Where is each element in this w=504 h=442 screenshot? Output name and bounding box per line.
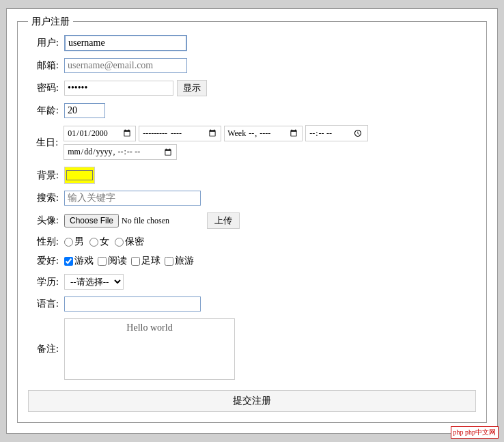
php-branding: php php中文网 (451, 426, 499, 439)
hobbies-content: 游戏 阅读 足球 旅游 (64, 255, 194, 267)
notes-row: 备注: Hello world (28, 318, 476, 380)
birthday-label: 生日: (28, 137, 58, 149)
hobby-reading-option[interactable]: 阅读 (98, 255, 127, 267)
background-color-input[interactable] (64, 167, 95, 184)
hobby-soccer-label: 足球 (141, 255, 160, 267)
gender-row: 性别: 男 女 保密 (28, 236, 476, 248)
background-content (64, 167, 95, 184)
avatar-content: 上传 (64, 212, 240, 229)
user-content (64, 35, 187, 51)
registration-fieldset: 用户注册 用户: 邮箱: 密码: 显示 年龄: (17, 16, 487, 424)
gender-content: 男 女 保密 (64, 236, 144, 248)
gender-secret-label: 保密 (125, 236, 144, 248)
birthday-date-input[interactable] (64, 126, 136, 141)
hobby-travel-checkbox[interactable] (165, 257, 173, 266)
password-label: 密码: (28, 82, 59, 94)
hobby-reading-checkbox[interactable] (98, 257, 107, 266)
gender-female-option[interactable]: 女 (89, 236, 109, 248)
notes-content: Hello world (64, 318, 235, 380)
gender-male-radio[interactable] (64, 238, 73, 247)
gender-male-label: 男 (74, 236, 84, 248)
gender-secret-radio[interactable] (115, 238, 124, 247)
education-content: --请选择-- 高中 大专 本科 研究生 (64, 274, 124, 290)
password-input[interactable] (64, 81, 173, 96)
age-content (64, 103, 105, 118)
notes-label: 备注: (28, 343, 59, 355)
gender-male-option[interactable]: 男 (64, 236, 84, 248)
notes-textarea[interactable]: Hello world (64, 318, 235, 380)
email-label: 邮箱: (28, 59, 59, 72)
hobby-game-option[interactable]: 游戏 (64, 255, 94, 267)
php-logo-text: php中文网 (465, 428, 496, 436)
registration-page: 用户注册 用户: 邮箱: 密码: 显示 年龄: (6, 8, 498, 434)
education-label: 学历: (28, 276, 59, 288)
age-input[interactable] (64, 103, 105, 118)
age-row: 年龄: (28, 103, 476, 118)
education-select[interactable]: --请选择-- 高中 大专 本科 研究生 (64, 274, 124, 290)
hobbies-label: 爱好: (28, 255, 59, 267)
birthday-row: 生日: (28, 125, 476, 161)
gender-female-radio[interactable] (89, 238, 98, 247)
avatar-row: 头像: 上传 (28, 212, 476, 229)
hobby-soccer-option[interactable]: 足球 (131, 255, 160, 267)
search-input[interactable] (64, 191, 201, 206)
show-password-button[interactable]: 显示 (177, 80, 207, 96)
birthday-content (64, 125, 476, 161)
birthday-week-input[interactable] (224, 126, 303, 141)
hobby-travel-option[interactable]: 旅游 (165, 255, 194, 267)
search-label: 搜索: (28, 192, 59, 204)
background-row: 背景: (28, 167, 476, 184)
upload-button[interactable]: 上传 (207, 212, 240, 229)
search-content (64, 191, 201, 206)
hobby-reading-label: 阅读 (108, 255, 127, 267)
birthday-time-input[interactable] (305, 125, 368, 142)
gender-female-label: 女 (100, 236, 109, 248)
fieldset-title: 用户注册 (28, 16, 73, 28)
password-content: 显示 (64, 80, 207, 96)
education-row: 学历: --请选择-- 高中 大专 本科 研究生 (28, 274, 476, 290)
search-row: 搜索: (28, 191, 476, 206)
password-row: 密码: 显示 (28, 80, 476, 96)
language-content (64, 296, 201, 312)
hobby-game-label: 游戏 (74, 255, 94, 267)
php-logo-icon: php (453, 428, 464, 436)
hobby-soccer-checkbox[interactable] (131, 257, 140, 266)
gender-label: 性别: (28, 236, 59, 248)
avatar-label: 头像: (28, 215, 59, 227)
email-row: 邮箱: (28, 58, 476, 73)
gender-secret-option[interactable]: 保密 (115, 236, 144, 248)
hobby-travel-label: 旅游 (175, 255, 194, 267)
language-input[interactable] (64, 296, 201, 312)
email-input[interactable] (64, 58, 187, 73)
submit-button[interactable]: 提交注册 (28, 390, 476, 412)
hobbies-row: 爱好: 游戏 阅读 足球 旅游 (28, 255, 476, 267)
birthday-month-input[interactable] (139, 126, 221, 141)
email-content (64, 58, 187, 73)
hobby-game-checkbox[interactable] (64, 257, 73, 266)
user-label: 用户: (28, 37, 59, 49)
user-row: 用户: (28, 35, 476, 51)
background-label: 背景: (28, 169, 59, 182)
language-row: 语言: (28, 296, 476, 312)
birthday-datetime-input[interactable] (64, 144, 177, 160)
age-label: 年龄: (28, 105, 59, 117)
username-input[interactable] (64, 35, 187, 51)
avatar-file-input[interactable] (64, 214, 204, 227)
language-label: 语言: (28, 298, 59, 310)
